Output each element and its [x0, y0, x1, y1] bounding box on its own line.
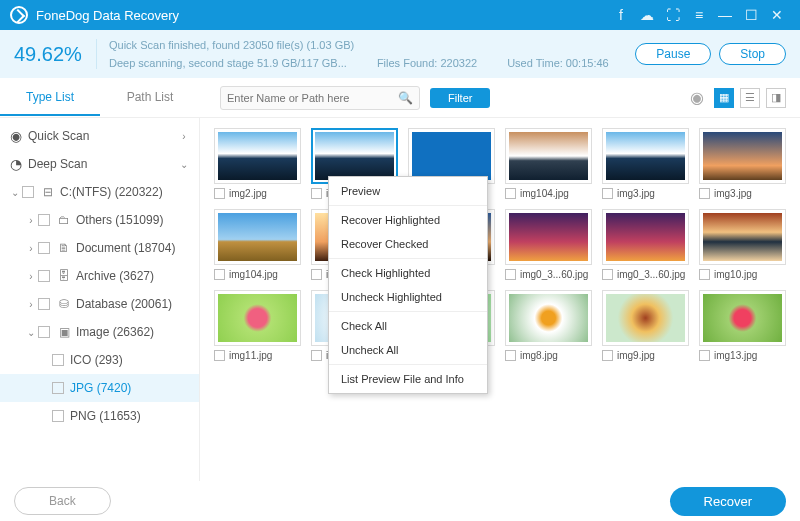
tree-quick-scan[interactable]: ◉ Quick Scan › — [0, 122, 199, 150]
checkbox[interactable] — [38, 270, 50, 282]
view-detail-button[interactable]: ◨ — [766, 88, 786, 108]
thumbnail-image[interactable] — [699, 290, 786, 346]
drive-icon: ⊟ — [40, 185, 56, 199]
thumbnail-image[interactable] — [602, 209, 689, 265]
check-circle-icon: ◉ — [10, 128, 22, 144]
thumbnail-image[interactable] — [602, 128, 689, 184]
thumbnail-item[interactable]: img3.jpg — [699, 128, 786, 199]
menu-icon[interactable]: ≡ — [686, 7, 712, 23]
thumbnail-image[interactable] — [602, 290, 689, 346]
thumbnail-checkbox[interactable] — [311, 269, 322, 280]
tree-png[interactable]: PNG (11653) — [0, 402, 199, 430]
thumbnail-checkbox[interactable] — [214, 269, 225, 280]
thumbnail-checkbox[interactable] — [505, 188, 516, 199]
chevron-down-icon[interactable]: ⌄ — [24, 327, 38, 338]
thumbnail-checkbox[interactable] — [602, 269, 613, 280]
thumbnail-checkbox[interactable] — [699, 188, 710, 199]
tree-archive[interactable]: › 🗄 Archive (3627) — [0, 262, 199, 290]
checkbox[interactable] — [38, 214, 50, 226]
thumbnail-item[interactable]: img0_3...60.jpg — [602, 209, 689, 280]
search-icon[interactable]: 🔍 — [398, 91, 413, 105]
thumbnail-checkbox[interactable] — [505, 350, 516, 361]
context-menu-item[interactable]: Check Highlighted — [329, 261, 487, 285]
thumbnail-item[interactable]: img9.jpg — [602, 290, 689, 361]
context-menu-item[interactable]: Uncheck Highlighted — [329, 285, 487, 309]
thumbnail-item[interactable]: img104.jpg — [214, 209, 301, 280]
checkbox[interactable] — [52, 382, 64, 394]
feedback-icon[interactable]: ☁ — [634, 7, 660, 23]
thumbnail-checkbox[interactable] — [311, 188, 322, 199]
context-menu-item[interactable]: Recover Highlighted — [329, 208, 487, 232]
back-button[interactable]: Back — [14, 487, 111, 515]
checkbox[interactable] — [38, 242, 50, 254]
chevron-right-icon[interactable]: › — [24, 243, 38, 254]
thumbnail-filename: img9.jpg — [617, 350, 655, 361]
thumbnail-image[interactable] — [505, 128, 592, 184]
thumbnail-checkbox[interactable] — [699, 269, 710, 280]
thumbnail-checkbox[interactable] — [214, 188, 225, 199]
chevron-right-icon[interactable]: › — [24, 271, 38, 282]
thumbnail-image[interactable] — [214, 290, 301, 346]
thumbnail-checkbox[interactable] — [602, 188, 613, 199]
thumbnail-filename: img104.jpg — [229, 269, 278, 280]
context-menu-item[interactable]: Uncheck All — [329, 338, 487, 362]
thumbnail-checkbox[interactable] — [602, 350, 613, 361]
context-menu-item[interactable]: Preview — [329, 179, 487, 203]
thumbnail-item[interactable]: img13.jpg — [699, 290, 786, 361]
tree-drive[interactable]: ⌄ ⊟ C:(NTFS) (220322) — [0, 178, 199, 206]
pause-button[interactable]: Pause — [635, 43, 711, 65]
checkbox[interactable] — [52, 354, 64, 366]
filter-button[interactable]: Filter — [430, 88, 490, 108]
tree-image[interactable]: ⌄ ▣ Image (26362) — [0, 318, 199, 346]
search-input[interactable] — [227, 92, 398, 104]
search-box[interactable]: 🔍 — [220, 86, 420, 110]
thumbnail-checkbox[interactable] — [505, 269, 516, 280]
checkbox[interactable] — [38, 326, 50, 338]
thumbnail-item[interactable]: img3.jpg — [602, 128, 689, 199]
tree-database[interactable]: › ⛁ Database (20061) — [0, 290, 199, 318]
close-icon[interactable]: ✕ — [764, 7, 790, 23]
view-list-button[interactable]: ☰ — [740, 88, 760, 108]
checkbox[interactable] — [22, 186, 34, 198]
tree-others[interactable]: › 🗀 Others (151099) — [0, 206, 199, 234]
maximize-icon[interactable]: ☐ — [738, 7, 764, 23]
chevron-right-icon[interactable]: › — [24, 299, 38, 310]
chevron-down-icon[interactable]: ⌄ — [8, 187, 22, 198]
thumbnail-checkbox[interactable] — [699, 350, 710, 361]
thumbnail-image[interactable] — [699, 209, 786, 265]
tab-path-list[interactable]: Path List — [100, 80, 200, 116]
thumbnail-checkbox[interactable] — [214, 350, 225, 361]
tree-deep-scan[interactable]: ◔ Deep Scan ⌄ — [0, 150, 199, 178]
thumbnail-item[interactable]: img0_3...60.jpg — [505, 209, 592, 280]
chevron-right-icon[interactable]: › — [24, 215, 38, 226]
thumbnail-item[interactable]: img10.jpg — [699, 209, 786, 280]
thumbnail-item[interactable]: img2.jpg — [214, 128, 301, 199]
tab-type-list[interactable]: Type List — [0, 80, 100, 116]
preview-toggle-icon[interactable]: ◉ — [690, 88, 704, 107]
checkbox[interactable] — [38, 298, 50, 310]
recover-button[interactable]: Recover — [670, 487, 786, 516]
context-menu-item[interactable]: Check All — [329, 314, 487, 338]
context-menu-item[interactable]: List Preview File and Info — [329, 367, 487, 391]
thumbnail-checkbox[interactable] — [311, 350, 322, 361]
share-icon[interactable]: f — [608, 7, 634, 23]
view-grid-button[interactable]: ▦ — [714, 88, 734, 108]
tree-jpg[interactable]: JPG (7420) — [0, 374, 199, 402]
context-menu-item[interactable]: Recover Checked — [329, 232, 487, 256]
thumbnail-image[interactable] — [505, 209, 592, 265]
minimize-icon[interactable]: — — [712, 7, 738, 23]
thumbnail-image[interactable] — [214, 209, 301, 265]
tree-ico[interactable]: ICO (293) — [0, 346, 199, 374]
thumbnail-item[interactable]: img104.jpg — [505, 128, 592, 199]
thumbnail-image[interactable] — [214, 128, 301, 184]
store-icon[interactable]: ⛶ — [660, 7, 686, 23]
chevron-right-icon: › — [177, 131, 191, 142]
tree-document[interactable]: › 🗎 Document (18704) — [0, 234, 199, 262]
stop-button[interactable]: Stop — [719, 43, 786, 65]
files-found: Files Found: 220322 — [377, 55, 477, 71]
checkbox[interactable] — [52, 410, 64, 422]
thumbnail-item[interactable]: img11.jpg — [214, 290, 301, 361]
thumbnail-image[interactable] — [699, 128, 786, 184]
thumbnail-image[interactable] — [505, 290, 592, 346]
thumbnail-item[interactable]: img8.jpg — [505, 290, 592, 361]
